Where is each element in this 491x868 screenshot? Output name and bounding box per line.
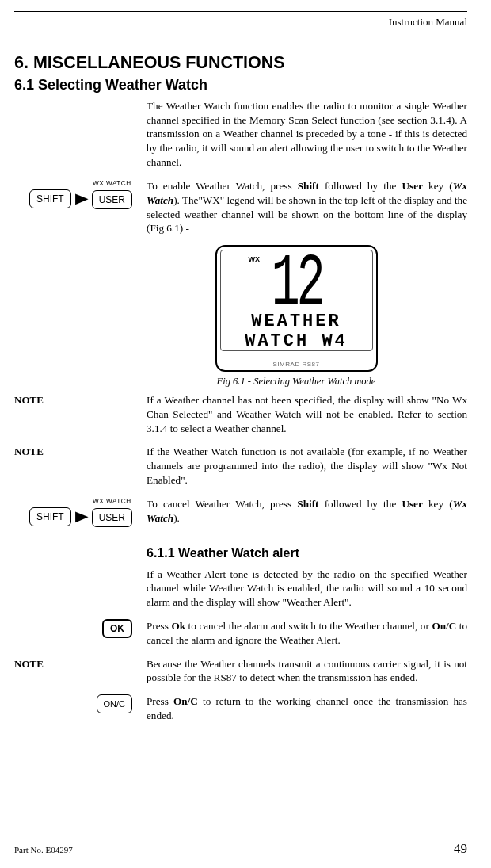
arrow-icon: ▶ [74,183,88,205]
onc-key-icon: ON/C [97,694,133,713]
paragraph-intro: The Weather Watch function enables the r… [147,99,467,170]
paragraph-cancel: To cancel Weather Watch, press Shift fol… [147,497,467,526]
note-label: NOTE [14,445,44,459]
paragraph-note3: Because the Weather channels transmit a … [147,657,467,686]
page-number: 49 [454,840,467,858]
user-key-icon: USER [92,508,132,527]
page-footer: Part No. E04297 49 [14,840,467,858]
paragraph-ok: Press Ok to cancel the alarm and switch … [147,619,467,648]
header-title: Instruction Manual [389,16,467,28]
shift-key-icon: SHIFT [29,189,71,208]
page-header: Instruction Manual [14,11,467,29]
key-sequence: SHIFT ▶ WX WATCH USER [29,179,132,209]
key-sequence: SHIFT ▶ WX WATCH USER [29,497,132,527]
wx-watch-label: WX WATCH [93,497,131,507]
lcd-line2: WATCH W4 [221,330,372,351]
note-label: NOTE [14,393,44,407]
paragraph-onc-final: Press On/C to return to the working chan… [147,694,467,723]
figure-6-1: WX 12 WEATHER WATCH W4 SIMRAD RS87 [14,245,467,372]
user-key-icon: USER [92,190,132,209]
part-number: Part No. E04297 [14,844,73,856]
ok-key-icon: OK [102,619,132,638]
paragraph-alert-intro: If a Weather Alert tone is detected by t… [147,568,467,610]
lcd-brand-label: SIMRAD RS87 [217,361,376,369]
wx-watch-label: WX WATCH [93,179,131,189]
note-label: NOTE [14,657,44,671]
subsubsection-heading: 6.1.1 Weather Watch alert [147,545,467,562]
subsection-heading: 6.1 Selecting Weather Watch [14,75,467,94]
paragraph-enable: To enable Weather Watch, press Shift fol… [147,179,467,235]
paragraph-note2: If the Weather Watch function is not ava… [147,445,467,487]
section-heading: 6. MISCELLANEOUS FUNCTIONS [14,52,467,75]
figure-caption: Fig 6.1 - Selecting Weather Watch mode [125,375,467,388]
paragraph-note1: If a Weather channel has not been specif… [147,393,467,435]
arrow-icon: ▶ [74,501,88,523]
shift-key-icon: SHIFT [29,507,71,526]
lcd-display: WX 12 WEATHER WATCH W4 SIMRAD RS87 [215,245,378,372]
